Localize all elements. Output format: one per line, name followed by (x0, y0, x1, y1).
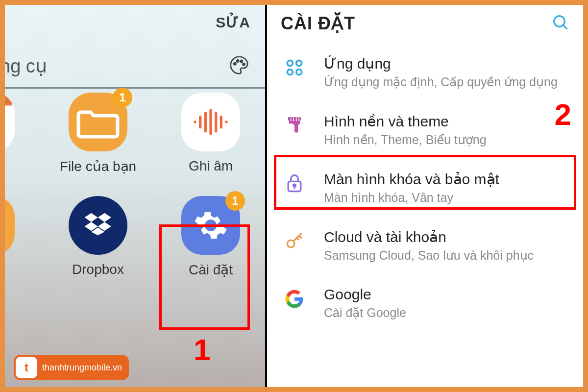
drawer-tab-label[interactable]: ng cụ (5, 55, 47, 77)
setting-subtitle: Samsung Cloud, Sao lưu và khôi phục (324, 248, 534, 263)
step-number-1: 1 (194, 332, 210, 367)
brush-icon (282, 113, 307, 136)
app-galaxy-wearable[interactable]: ar axyable (5, 194, 39, 293)
setting-item-apps[interactable]: Ứng dụng Ứng dụng mặc định, Cấp quyền ứn… (267, 43, 583, 101)
svg-line-13 (563, 25, 567, 29)
dropbox-icon (82, 210, 114, 241)
settings-title: CÀI ĐẶT (281, 13, 355, 34)
watermark-text: thanhtrungmobile.vn (42, 363, 122, 373)
highlight-step-1 (159, 224, 250, 330)
app-drawer-panel: SỬA ng cụ (5, 5, 267, 387)
setting-title: Hình nền và theme (324, 113, 487, 130)
google-icon (282, 286, 307, 310)
svg-point-1 (237, 60, 239, 62)
svg-point-3 (243, 63, 245, 65)
highlight-step-2 (274, 155, 576, 210)
svg-point-17 (296, 70, 302, 75)
app-files[interactable]: 1 File của bạn (44, 91, 152, 174)
app-label: Ghi âm (189, 158, 233, 174)
svg-point-2 (241, 60, 243, 62)
setting-subtitle: Cài đặt Google (324, 306, 406, 320)
watermark-icon: t (16, 357, 37, 378)
svg-point-14 (287, 60, 293, 66)
watermark: t thanhtrungmobile.vn (14, 355, 129, 380)
svg-point-12 (554, 16, 565, 27)
svg-point-27 (287, 240, 294, 247)
setting-item-google[interactable]: Google Cài đặt Google (267, 274, 583, 332)
app-memo[interactable]: hớ (5, 91, 39, 174)
app-recorder[interactable]: Ghi âm (157, 91, 265, 174)
settings-panel: CÀI ĐẶT Ứng dụng Ứng dụng mặc đị (267, 5, 583, 387)
key-icon (282, 228, 307, 252)
setting-item-cloud[interactable]: Cloud và tài khoản Samsung Cloud, Sao lư… (267, 217, 583, 274)
setting-subtitle: Hình nền, Theme, Biểu tượng (324, 133, 487, 147)
edit-button[interactable]: SỬA (216, 14, 250, 31)
svg-point-16 (287, 70, 293, 75)
badge: 1 (225, 191, 245, 211)
palette-icon[interactable] (228, 54, 250, 78)
drawer-tab-row: ng cụ (5, 54, 265, 89)
setting-subtitle: Ứng dụng mặc định, Cấp quyền ứng dụng (324, 75, 558, 89)
svg-line-29 (299, 236, 302, 239)
svg-line-30 (297, 238, 299, 241)
step-number-2: 2 (555, 97, 571, 132)
setting-item-wallpaper[interactable]: Hình nền và theme Hình nền, Theme, Biểu … (267, 101, 583, 159)
badge: 1 (113, 88, 132, 107)
app-label: File của bạn (60, 158, 136, 174)
svg-point-15 (296, 60, 302, 66)
search-icon[interactable] (551, 13, 570, 34)
app-label: Dropbox (72, 262, 124, 277)
setting-title: Google (324, 286, 406, 303)
settings-header: CÀI ĐẶT (267, 8, 583, 41)
tutorial-frame: SỬA ng cụ (0, 0, 588, 392)
svg-point-0 (234, 63, 236, 65)
waveform-icon (191, 109, 230, 135)
setting-title: Cloud và tài khoản (324, 228, 534, 245)
setting-title: Ứng dụng (324, 55, 558, 72)
app-dropbox[interactable]: Dropbox (44, 194, 152, 293)
apps-icon (282, 55, 307, 78)
